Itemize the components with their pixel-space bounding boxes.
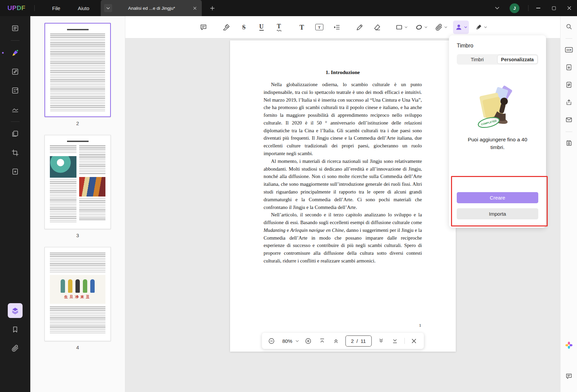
ocr-button[interactable]: OCR xyxy=(563,44,575,56)
tab-close-icon[interactable] xyxy=(191,4,198,12)
thumbnails-panel-button[interactable] xyxy=(8,303,23,318)
underline-tool-button[interactable]: U xyxy=(255,21,268,34)
thumb-columns xyxy=(50,145,105,223)
page-tools-button[interactable] xyxy=(8,164,23,179)
chevron-down-icon[interactable] xyxy=(444,26,447,28)
tab-list-chevron-icon[interactable] xyxy=(104,4,112,12)
zoom-out-button[interactable] xyxy=(267,336,276,345)
feedback-button[interactable] xyxy=(563,370,575,382)
underline-icon: U xyxy=(259,24,264,31)
signature-mode-icon xyxy=(11,105,19,113)
highlight-tool-button[interactable] xyxy=(220,21,233,34)
create-stamp-button[interactable]: Creare xyxy=(457,192,538,203)
zoom-chevron-down-icon[interactable] xyxy=(295,340,299,342)
close-button[interactable] xyxy=(562,0,577,16)
organize-pages-button[interactable] xyxy=(8,127,23,141)
stamp-panel: Timbro Timbri Personalizzata xyxy=(449,35,546,228)
share-button[interactable] xyxy=(563,97,575,108)
page-number-input[interactable]: 2 / 11 xyxy=(345,335,372,347)
text-tool-button[interactable]: T xyxy=(295,21,309,34)
import-stamp-button[interactable]: Importa xyxy=(457,208,538,219)
divider xyxy=(404,338,405,344)
paperclip-icon xyxy=(435,23,443,31)
mail-icon xyxy=(565,116,573,123)
attachments-panel-button[interactable] xyxy=(8,341,23,356)
eraser-tool-button[interactable] xyxy=(371,21,384,34)
edit-pdf-button[interactable] xyxy=(8,64,23,79)
tab-timbri[interactable]: Timbri xyxy=(457,55,497,64)
stamp-person-icon xyxy=(455,23,463,31)
toolbar-collapse-chevron-icon[interactable] xyxy=(491,2,503,14)
maximize-icon xyxy=(552,6,556,10)
crop-button[interactable] xyxy=(8,145,23,160)
text-box-tool-button[interactable]: T xyxy=(313,21,326,34)
page-thumbnail-2[interactable] xyxy=(44,23,111,117)
menu-file[interactable]: File xyxy=(43,0,69,16)
menu-help[interactable]: Aiuto xyxy=(69,0,98,16)
comment-mode-button[interactable] xyxy=(8,45,23,60)
document-tab[interactable]: Analisi ed ...e di Jingju* xyxy=(101,0,202,16)
zoom-toolbar: 80% 2 / 11 xyxy=(262,333,424,349)
compress-button[interactable] xyxy=(563,62,575,73)
close-zoombar-button[interactable] xyxy=(410,336,418,345)
save-button[interactable] xyxy=(563,137,575,149)
page-separator: / xyxy=(356,338,358,344)
left-sidebar-bottom xyxy=(8,303,23,360)
strikethrough-tool-button[interactable]: S xyxy=(237,21,251,34)
thumbnail-page-number: 3 xyxy=(76,233,79,238)
new-tab-button[interactable] xyxy=(207,3,217,13)
bookmarks-panel-button[interactable] xyxy=(8,322,23,337)
divider xyxy=(11,40,20,41)
previous-page-button[interactable] xyxy=(331,336,340,345)
squiggly-underline-tool-button[interactable]: T xyxy=(272,21,286,34)
zoom-out-icon xyxy=(268,337,275,345)
next-page-button[interactable] xyxy=(377,336,385,345)
page-thumbnail-4[interactable]: 生旦净末丑 xyxy=(44,247,111,341)
current-page: 2 xyxy=(351,338,354,344)
document-paragraph: Nella globalizzazione odierna, lo scambi… xyxy=(264,81,422,157)
chevron-down-icon[interactable] xyxy=(484,26,487,28)
right-sidebar: OCR xyxy=(560,16,577,392)
rectangle-icon xyxy=(395,23,403,31)
thumb-caption-chinese: 生旦净末丑 xyxy=(64,294,91,299)
page-thumbnail-3[interactable] xyxy=(44,135,111,229)
stamp-tool-button[interactable] xyxy=(453,21,469,34)
zoom-level[interactable]: 80% xyxy=(281,338,294,344)
tab-personalizzata[interactable]: Personalizzata xyxy=(497,55,538,64)
chevron-down-icon[interactable] xyxy=(405,26,408,28)
document-area: S U T T xyxy=(125,16,560,392)
right-sidebar-bottom xyxy=(563,340,575,382)
ai-assistant-button[interactable] xyxy=(563,340,575,351)
crop-icon xyxy=(11,149,19,157)
first-page-button[interactable] xyxy=(318,336,326,345)
ocr-label: OCR xyxy=(566,49,571,51)
signature-tool-button[interactable] xyxy=(473,21,489,34)
attachment-tool-button[interactable] xyxy=(433,21,449,34)
paperclip-icon xyxy=(11,344,19,352)
ellipse-tool-button[interactable] xyxy=(413,21,429,34)
forms-button[interactable] xyxy=(8,83,23,98)
fountain-pen-icon xyxy=(475,23,483,31)
text-box-icon: T xyxy=(315,24,323,30)
sticky-note-tool-button[interactable] xyxy=(197,21,210,34)
chevron-down-icon[interactable] xyxy=(464,26,467,28)
reader-mode-button[interactable] xyxy=(8,21,23,36)
search-button[interactable] xyxy=(563,21,575,32)
last-page-icon xyxy=(391,337,398,344)
last-page-button[interactable] xyxy=(390,336,399,345)
minimize-button[interactable] xyxy=(531,0,546,16)
pencil-tool-button[interactable] xyxy=(353,21,366,34)
mail-button[interactable] xyxy=(563,114,575,126)
document-paragraph: Al momento, i materiali di ricerca nazio… xyxy=(264,157,422,211)
maximize-button[interactable] xyxy=(546,0,562,16)
sign-button[interactable] xyxy=(8,102,23,117)
zoom-in-button[interactable] xyxy=(304,336,313,345)
ai-flower-icon xyxy=(565,341,573,350)
layers-icon xyxy=(11,307,19,315)
callout-tool-button[interactable] xyxy=(330,21,344,34)
user-avatar[interactable]: J xyxy=(510,3,519,13)
thumb-text-lines xyxy=(50,307,105,334)
convert-button[interactable] xyxy=(563,79,575,91)
chevron-down-icon[interactable] xyxy=(424,26,427,28)
rectangle-tool-button[interactable] xyxy=(393,21,409,34)
